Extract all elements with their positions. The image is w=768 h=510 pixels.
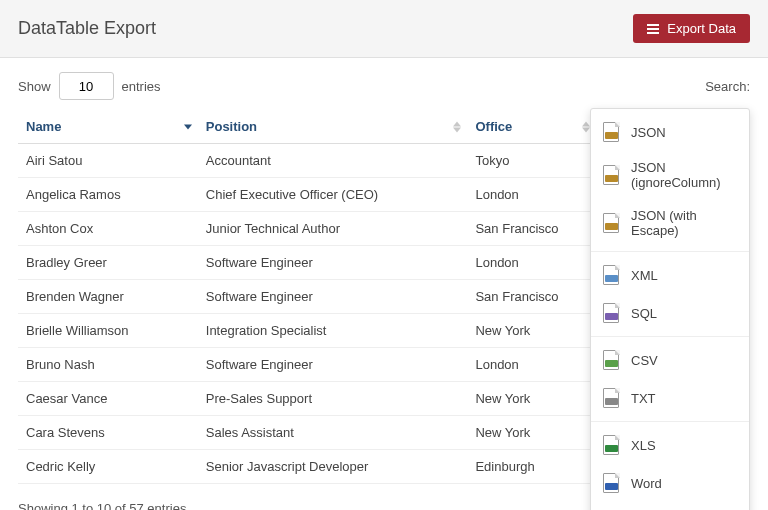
column-header-name[interactable]: Name <box>18 110 198 144</box>
table-cell-position: Junior Technical Author <box>198 212 468 246</box>
export-option-label: XLS <box>631 438 656 453</box>
table-cell-name: Airi Satou <box>18 144 198 178</box>
export-dropdown-group: JSONJSON (ignoreColumn)JSON (with Escape… <box>591 109 749 252</box>
export-option-label: SQL <box>631 306 657 321</box>
page-length-input[interactable] <box>59 72 114 100</box>
table-cell-name: Ashton Cox <box>18 212 198 246</box>
export-option-label: JSON <box>631 125 666 140</box>
table-cell-position: Sales Assistant <box>198 416 468 450</box>
export-option-label: XML <box>631 268 658 283</box>
export-option-label: Word <box>631 476 662 491</box>
export-option-json[interactable]: JSON (with Escape) <box>591 199 749 247</box>
search-control: Search: <box>705 79 750 94</box>
table-cell-office: Edinburgh <box>467 450 595 484</box>
export-dropdown: JSONJSON (ignoreColumn)JSON (with Escape… <box>590 108 750 510</box>
table-cell-office: London <box>467 178 595 212</box>
table-cell-name: Brielle Williamson <box>18 314 198 348</box>
csv-file-icon <box>603 350 621 370</box>
xml-file-icon <box>603 265 621 285</box>
export-option-json[interactable]: JSON <box>591 113 749 151</box>
table-cell-name: Angelica Ramos <box>18 178 198 212</box>
json-file-icon <box>603 165 621 185</box>
table-cell-position: Software Engineer <box>198 280 468 314</box>
table-cell-office: Tokyo <box>467 144 595 178</box>
table-cell-position: Integration Specialist <box>198 314 468 348</box>
table-cell-position: Senior Javascript Developer <box>198 450 468 484</box>
export-option-sql[interactable]: SQL <box>591 294 749 332</box>
table-cell-office: New York <box>467 314 595 348</box>
table-cell-position: Software Engineer <box>198 246 468 280</box>
table-cell-position: Accountant <box>198 144 468 178</box>
export-option-doc[interactable]: Word <box>591 464 749 502</box>
export-dropdown-group: XMLSQL <box>591 252 749 337</box>
export-option-ppt[interactable]: PowerPoint <box>591 502 749 510</box>
sort-icon <box>184 124 192 129</box>
export-option-label: JSON (ignoreColumn) <box>631 160 737 190</box>
export-button-label: Export Data <box>667 21 736 36</box>
sort-icon <box>453 121 461 132</box>
panel-title: DataTable Export <box>18 18 156 39</box>
table-controls-row: Show entries Search: <box>18 72 750 100</box>
length-control: Show entries <box>18 72 161 100</box>
table-cell-office: New York <box>467 416 595 450</box>
panel-body: Show entries Search: Name Position <box>0 58 768 510</box>
export-option-label: CSV <box>631 353 658 368</box>
json-file-icon <box>603 213 621 233</box>
sql-file-icon <box>603 303 621 323</box>
table-cell-name: Cedric Kelly <box>18 450 198 484</box>
table-cell-name: Caesar Vance <box>18 382 198 416</box>
column-header-position[interactable]: Position <box>198 110 468 144</box>
export-option-label: TXT <box>631 391 656 406</box>
table-info-text: Showing 1 to 10 of 57 entries <box>18 501 186 510</box>
table-cell-name: Bradley Greer <box>18 246 198 280</box>
export-option-txt[interactable]: TXT <box>591 379 749 417</box>
doc-file-icon <box>603 473 621 493</box>
sort-icon <box>582 121 590 132</box>
panel-header: DataTable Export Export Data <box>0 0 768 58</box>
export-dropdown-group: CSVTXT <box>591 337 749 422</box>
table-cell-office: San Francisco <box>467 280 595 314</box>
txt-file-icon <box>603 388 621 408</box>
column-header-office[interactable]: Office <box>467 110 595 144</box>
table-cell-position: Software Engineer <box>198 348 468 382</box>
export-option-json[interactable]: JSON (ignoreColumn) <box>591 151 749 199</box>
export-option-csv[interactable]: CSV <box>591 341 749 379</box>
search-label: Search: <box>705 79 750 94</box>
table-cell-name: Cara Stevens <box>18 416 198 450</box>
export-dropdown-group: XLSWordPowerPoint <box>591 422 749 510</box>
table-cell-name: Bruno Nash <box>18 348 198 382</box>
table-cell-position: Pre-Sales Support <box>198 382 468 416</box>
table-cell-office: London <box>467 246 595 280</box>
table-cell-name: Brenden Wagner <box>18 280 198 314</box>
export-data-button[interactable]: Export Data <box>633 14 750 43</box>
show-label: Show <box>18 79 51 94</box>
entries-label: entries <box>122 79 161 94</box>
json-file-icon <box>603 122 621 142</box>
panel: DataTable Export Export Data Show entrie… <box>0 0 768 510</box>
export-option-xls[interactable]: XLS <box>591 426 749 464</box>
xls-file-icon <box>603 435 621 455</box>
table-cell-position: Chief Executive Officer (CEO) <box>198 178 468 212</box>
export-option-xml[interactable]: XML <box>591 256 749 294</box>
export-option-label: JSON (with Escape) <box>631 208 737 238</box>
table-cell-office: New York <box>467 382 595 416</box>
table-cell-office: San Francisco <box>467 212 595 246</box>
menu-icon <box>647 24 659 34</box>
table-cell-office: London <box>467 348 595 382</box>
